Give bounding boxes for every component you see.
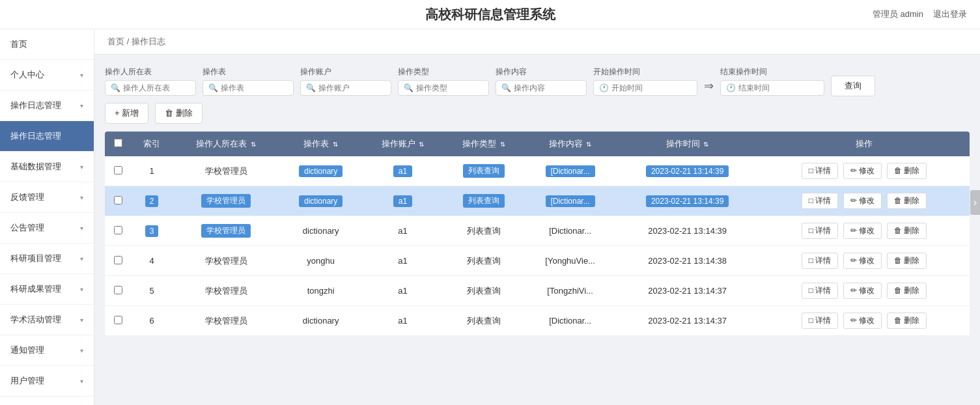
filter-label-operator-table: 操作人所在表 xyxy=(105,66,196,77)
sidebar-item-home[interactable]: 首页 xyxy=(0,29,94,60)
delete-button[interactable]: 🗑 删除 xyxy=(887,253,927,269)
sidebar-item-log-mgmt[interactable]: 操作日志管理 ▾ xyxy=(0,91,94,121)
edit-button[interactable]: ✏ 修改 xyxy=(843,193,882,209)
table-header-row: 索引 操作人所在表 ⇅ 操作表 ⇅ 操作账户 ⇅ 操作类型 ⇅ 操作内容 ⇅ 操… xyxy=(105,132,970,156)
cell-time: 2023-02-21 13:14:37 xyxy=(616,276,759,306)
filter-input-content[interactable]: 🔍 xyxy=(496,80,587,96)
table-row: 5学校管理员tongzhia1列表查询[TongzhiVi...2023-02-… xyxy=(105,276,970,306)
logout-button[interactable]: 退出登录 xyxy=(933,8,967,20)
sidebar-label-academic: 学术活动管理 xyxy=(10,314,61,326)
th-type[interactable]: 操作类型 ⇅ xyxy=(443,132,524,156)
row-checkbox[interactable] xyxy=(114,166,122,175)
delete-button[interactable]: 🗑 删除 xyxy=(887,223,927,239)
sidebar-item-user[interactable]: 用户管理 ▾ xyxy=(0,366,94,397)
time-tag: 2023-02-21 13:14:39 xyxy=(646,165,729,177)
type-input[interactable] xyxy=(416,83,483,92)
sidebar-item-basic-data[interactable]: 基础数据管理 ▾ xyxy=(0,152,94,182)
end-time-input[interactable] xyxy=(738,83,819,92)
edit-button[interactable]: ✏ 修改 xyxy=(843,313,882,329)
add-button[interactable]: + 新增 xyxy=(105,103,148,124)
filter-input-end-time[interactable]: 🕐 xyxy=(720,80,824,96)
cell-time: 2023-02-21 13:14:39 xyxy=(616,156,759,186)
th-action-table[interactable]: 操作表 ⇅ xyxy=(279,132,362,156)
sidebar-item-feedback[interactable]: 反馈管理 ▾ xyxy=(0,182,94,213)
th-checkbox[interactable] xyxy=(105,132,131,156)
detail-button[interactable]: □ 详情 xyxy=(802,313,839,329)
index-badge: 2 xyxy=(145,195,159,207)
main-content: 首页 / 操作日志 操作人所在表 🔍 操作表 🔍 xyxy=(94,29,980,405)
filter-input-start-time[interactable]: 🕐 xyxy=(593,80,697,96)
breadcrumb-home[interactable]: 首页 xyxy=(107,36,124,46)
filter-input-operator-table[interactable]: 🔍 xyxy=(105,80,196,96)
delete-button[interactable]: 🗑 删除 xyxy=(887,193,927,209)
search-icon: 🔍 xyxy=(404,83,413,92)
cell-operations: □ 详情 ✏ 修改 🗑 删除 xyxy=(759,186,970,216)
sidebar-item-result[interactable]: 科研成果管理 ▾ xyxy=(0,274,94,305)
edit-button[interactable]: ✏ 修改 xyxy=(843,283,882,299)
batch-delete-button[interactable]: 🗑 删除 xyxy=(155,103,203,124)
delete-button[interactable]: 🗑 删除 xyxy=(887,283,927,299)
sidebar-item-personal[interactable]: 个人中心 ▾ xyxy=(0,60,94,91)
detail-button[interactable]: □ 详情 xyxy=(802,253,839,269)
filter-input-action-table[interactable]: 🔍 xyxy=(203,80,294,96)
detail-button[interactable]: □ 详情 xyxy=(802,283,839,299)
sidebar-label-personal: 个人中心 xyxy=(10,69,44,81)
filter-input-type[interactable]: 🔍 xyxy=(398,80,489,96)
sidebar-item-log-detail[interactable]: 操作日志管理 xyxy=(0,121,94,152)
action-table-input[interactable] xyxy=(221,83,288,92)
sidebar-label-basic-data: 基础数据管理 xyxy=(10,161,61,173)
select-all-checkbox[interactable] xyxy=(114,139,122,147)
chevron-icon: ▾ xyxy=(80,102,83,109)
cell-operations: □ 详情 ✏ 修改 🗑 删除 xyxy=(759,156,970,186)
row-checkbox[interactable] xyxy=(114,256,122,264)
cell-content: [Dictionar... xyxy=(524,156,616,186)
row-checkbox[interactable] xyxy=(114,226,122,234)
detail-button[interactable]: □ 详情 xyxy=(802,223,839,239)
sidebar-item-academic[interactable]: 学术活动管理 ▾ xyxy=(0,305,94,335)
table-row: 4学校管理员yonghua1列表查询[YonghuVie...2023-02-2… xyxy=(105,246,970,276)
scroll-right-arrow[interactable]: › xyxy=(970,190,980,215)
index-badge: 3 xyxy=(145,225,159,237)
detail-button[interactable]: □ 详情 xyxy=(802,163,839,179)
cell-type: 列表查询 xyxy=(443,156,524,186)
th-time[interactable]: 操作时间 ⇅ xyxy=(616,132,759,156)
sidebar-label-project: 科研项目管理 xyxy=(10,253,61,264)
table-row: 2学校管理员dictionarya1列表查询[Dictionar...2023-… xyxy=(105,186,970,216)
account-input[interactable] xyxy=(318,83,385,92)
table-row: 1学校管理员dictionarya1列表查询[Dictionar...2023-… xyxy=(105,156,970,186)
search-icon: 🔍 xyxy=(111,83,120,92)
app-title: 高校科研信息管理系统 xyxy=(425,6,555,23)
sidebar-item-notice[interactable]: 公告管理 ▾ xyxy=(0,213,94,244)
operator-table-input[interactable] xyxy=(123,83,190,92)
edit-button[interactable]: ✏ 修改 xyxy=(843,223,882,239)
cell-index: 2 xyxy=(131,186,173,216)
sidebar-item-dept[interactable]: 学院部门管理 ▾ xyxy=(0,397,94,405)
row-checkbox[interactable] xyxy=(114,316,122,324)
filter-label-end-time: 结束操作时间 xyxy=(720,66,824,77)
th-content[interactable]: 操作内容 ⇅ xyxy=(524,132,616,156)
search-icon: 🔍 xyxy=(306,83,316,92)
delete-button[interactable]: 🗑 删除 xyxy=(887,313,927,329)
start-time-input[interactable] xyxy=(611,83,692,92)
search-button[interactable]: 查询 xyxy=(831,76,875,96)
detail-button[interactable]: □ 详情 xyxy=(802,193,839,209)
sidebar-item-notification[interactable]: 通知管理 ▾ xyxy=(0,335,94,366)
filter-input-account[interactable]: 🔍 xyxy=(300,80,391,96)
row-checkbox[interactable] xyxy=(114,196,122,204)
edit-button[interactable]: ✏ 修改 xyxy=(843,163,882,179)
chevron-icon: ▾ xyxy=(80,378,83,385)
th-operator[interactable]: 操作人所在表 ⇅ xyxy=(173,132,279,156)
content-input[interactable] xyxy=(514,83,581,92)
delete-button[interactable]: 🗑 删除 xyxy=(887,163,927,179)
filter-label-content: 操作内容 xyxy=(496,66,587,77)
edit-button[interactable]: ✏ 修改 xyxy=(843,253,882,269)
cell-time: 2023-02-21 13:14:39 xyxy=(616,186,759,216)
table-row: 3学校管理员dictionarya1列表查询[Dictionar...2023-… xyxy=(105,216,970,246)
filter-group-end-time: 结束操作时间 🕐 xyxy=(720,66,824,96)
row-checkbox[interactable] xyxy=(114,286,122,294)
filter-group-start-time: 开始操作时间 🕐 xyxy=(593,66,697,96)
clock-icon: 🕐 xyxy=(599,83,609,92)
th-account[interactable]: 操作账户 ⇅ xyxy=(362,132,443,156)
clock-icon: 🕐 xyxy=(726,83,736,92)
sidebar-item-project[interactable]: 科研项目管理 ▾ xyxy=(0,244,94,274)
